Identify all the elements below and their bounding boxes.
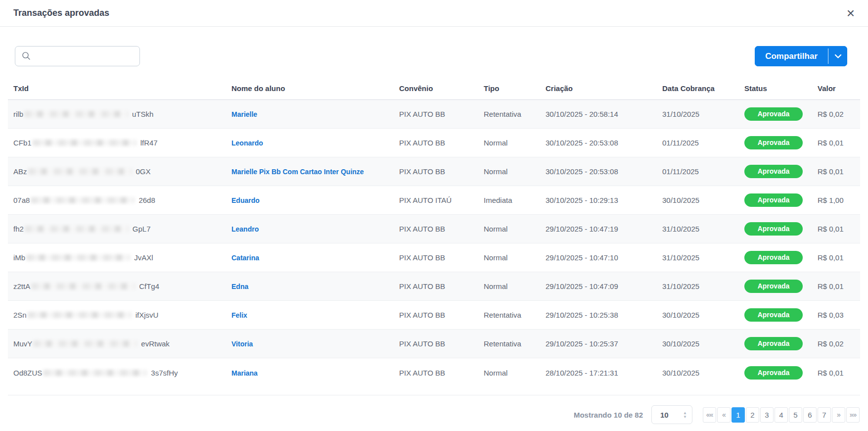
txid-cell: ABz0GX (13, 167, 231, 176)
redacted-txid-blur (24, 111, 128, 117)
student-link[interactable]: Leonardo (231, 139, 263, 147)
spin-up-icon[interactable]: ▲ (683, 411, 687, 415)
column-header-status: Status (744, 84, 818, 93)
transactions-table: TxId Nome do aluno Convênio Tipo Criação… (8, 81, 860, 395)
redacted-txid-blur (43, 370, 147, 376)
page-button[interactable]: 5 (789, 407, 802, 423)
data-cobranca-cell: 30/10/2025 (662, 339, 744, 348)
page-button[interactable]: 7 (818, 407, 831, 423)
redacted-txid-blur (33, 140, 137, 146)
column-header-convenio: Convênio (399, 84, 484, 93)
student-cell: Catarina (231, 253, 399, 262)
student-link[interactable]: Leandro (231, 225, 259, 233)
column-header-tipo: Tipo (484, 84, 546, 93)
showing-count-label: Mostrando 10 de 82 (574, 411, 643, 419)
convenio-cell: PIX AUTO BB (399, 167, 484, 176)
student-link[interactable]: Mariana (231, 369, 258, 377)
student-link[interactable]: Catarina (231, 254, 259, 262)
search-input[interactable] (15, 46, 140, 66)
table-row: z2ttACfTg4 Edna PIX AUTO BB Normal 29/10… (8, 272, 860, 301)
chevron-down-icon[interactable] (828, 46, 847, 66)
first-page-icon[interactable]: «« (703, 407, 716, 423)
status-cell: Aprovada (744, 222, 818, 236)
page-button[interactable]: 3 (760, 407, 774, 423)
redacted-txid-blur (28, 312, 132, 318)
page-button[interactable]: 6 (803, 407, 817, 423)
student-link[interactable]: Marielle (231, 110, 257, 118)
txid-cell: Od8ZUS3s7sfHy (13, 369, 231, 377)
student-link[interactable]: Edna (231, 283, 248, 290)
convenio-cell: PIX AUTO BB (399, 339, 484, 348)
data-cobranca-cell: 31/10/2025 (662, 253, 744, 262)
table-row: rilbuTSkh Marielle PIX AUTO BB Retentati… (8, 100, 860, 129)
txid-cell: 2SnifXjsvU (13, 311, 231, 319)
share-split-button: Compartilhar (755, 46, 847, 66)
valor-cell: R$ 0,02 (818, 339, 855, 348)
data-cobranca-cell: 31/10/2025 (662, 282, 744, 290)
data-cobranca-cell: 30/10/2025 (662, 311, 744, 319)
student-link[interactable]: Eduardo (231, 196, 260, 204)
status-badge: Aprovada (744, 366, 803, 380)
close-icon[interactable]: × (847, 8, 855, 18)
toolbar: Compartilhar (15, 46, 847, 66)
table-row: CFb1lfR47 Leonardo PIX AUTO BB Normal 30… (8, 129, 860, 157)
column-header-criacao: Criação (546, 84, 662, 93)
table-row: MuvYevRtwak Vitoria PIX AUTO BB Retentat… (8, 330, 860, 358)
status-badge: Aprovada (744, 107, 803, 121)
redacted-txid-blur (31, 197, 135, 203)
spin-down-icon[interactable]: ▼ (683, 415, 687, 419)
status-cell: Aprovada (744, 136, 818, 149)
next-page-icon[interactable]: » (832, 407, 845, 423)
page-button[interactable]: 2 (746, 407, 759, 423)
page-button[interactable]: 4 (775, 407, 788, 423)
criacao-cell: 29/10/2025 - 10:25:37 (546, 339, 662, 348)
student-cell: Leandro (231, 225, 399, 233)
table-row: 2SnifXjsvU Felix PIX AUTO BB Retentativa… (8, 301, 860, 330)
tipo-cell: Retentativa (484, 339, 546, 348)
status-badge: Aprovada (744, 165, 803, 178)
spinner-arrows-icon[interactable]: ▲ ▼ (683, 411, 687, 419)
column-header-data-cobranca: Data Cobrança (662, 84, 744, 93)
convenio-cell: PIX AUTO BB (399, 225, 484, 233)
criacao-cell: 30/10/2025 - 10:29:13 (546, 196, 662, 204)
page-size-selector[interactable]: 10 ▲ ▼ (651, 405, 692, 424)
criacao-cell: 28/10/2025 - 17:21:31 (546, 369, 662, 377)
share-button[interactable]: Compartilhar (755, 46, 828, 66)
student-link[interactable]: Vitoria (231, 340, 253, 348)
table-row: ABz0GX Marielle Pix Bb Com Cartao Inter … (8, 157, 860, 186)
txid-cell: fh2GpL7 (13, 225, 231, 233)
convenio-cell: PIX AUTO BB (399, 139, 484, 147)
column-header-valor: Valor (818, 84, 855, 93)
table-row: Od8ZUS3s7sfHy Mariana PIX AUTO BB Normal… (8, 358, 860, 387)
criacao-cell: 30/10/2025 - 20:53:08 (546, 167, 662, 176)
student-link[interactable]: Felix (231, 311, 247, 319)
table-row: fh2GpL7 Leandro PIX AUTO BB Normal 29/10… (8, 215, 860, 243)
tipo-cell: Normal (484, 369, 546, 377)
data-cobranca-cell: 01/11/2025 (662, 139, 744, 147)
criacao-cell: 29/10/2025 - 10:25:38 (546, 311, 662, 319)
convenio-cell: PIX AUTO ITAÚ (399, 196, 484, 204)
tipo-cell: Retentativa (484, 110, 546, 118)
page-title: Transações aprovadas (13, 8, 109, 18)
status-cell: Aprovada (744, 251, 818, 264)
student-cell: Felix (231, 311, 399, 319)
page-button[interactable]: 1 (731, 407, 745, 423)
status-cell: Aprovada (744, 308, 818, 322)
convenio-cell: PIX AUTO BB (399, 282, 484, 290)
column-header-txid: TxId (13, 84, 231, 93)
valor-cell: R$ 0,01 (818, 253, 855, 262)
criacao-cell: 30/10/2025 - 20:58:14 (546, 110, 662, 118)
status-badge: Aprovada (744, 193, 803, 207)
table-header-row: TxId Nome do aluno Convênio Tipo Criação… (8, 81, 860, 100)
student-cell: Mariana (231, 369, 399, 377)
valor-cell: R$ 0,01 (818, 139, 855, 147)
student-cell: Leonardo (231, 139, 399, 147)
prev-page-icon[interactable]: « (717, 407, 731, 423)
student-link[interactable]: Marielle Pix Bb Com Cartao Inter Quinze (231, 168, 364, 176)
status-cell: Aprovada (744, 165, 818, 178)
valor-cell: R$ 0,01 (818, 167, 855, 176)
status-badge: Aprovada (744, 222, 803, 236)
column-header-nome-do-aluno: Nome do aluno (231, 84, 399, 93)
last-page-icon[interactable]: »» (846, 407, 860, 423)
status-cell: Aprovada (744, 366, 818, 380)
